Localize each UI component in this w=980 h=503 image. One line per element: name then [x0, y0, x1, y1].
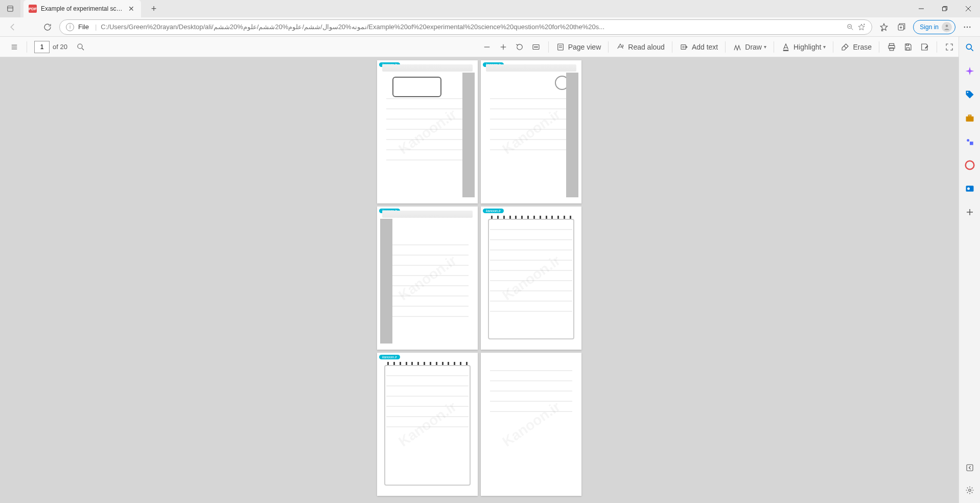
page-view-icon [556, 42, 565, 52]
info-icon[interactable]: i [66, 23, 74, 31]
highlight-button[interactable]: Highlight▾ [778, 39, 829, 55]
hamburger-icon [10, 42, 19, 52]
address-bar: i File | C:/Users/Green%20rayan/Desktop/… [0, 17, 980, 37]
plus-icon [499, 42, 508, 52]
read-aloud-button[interactable]: Read aloud [613, 39, 668, 55]
sidebar-search-button[interactable] [963, 41, 976, 54]
svg-point-18 [967, 26, 968, 27]
titlebar: PDF Example of experimental science ✕ + [0, 0, 980, 17]
page-total-label: of 20 [53, 43, 67, 51]
pdf-viewport[interactable]: kanoon.ir Kanoon.ir kanoon.ir Kanoon.ir … [0, 57, 959, 503]
svg-rect-42 [890, 48, 894, 50]
favorite-icon[interactable] [857, 23, 866, 31]
sidebar-tools-button[interactable] [963, 111, 976, 125]
sidebar-office-button[interactable] [963, 158, 976, 172]
sidebar-add-button[interactable] [963, 205, 976, 219]
tab-actions-icon [6, 4, 15, 13]
page-grid: kanoon.ir Kanoon.ir kanoon.ir Kanoon.ir … [377, 60, 581, 496]
contents-button[interactable] [6, 39, 22, 55]
svg-rect-33 [681, 44, 686, 49]
draw-label: Draw [745, 43, 762, 51]
save-button[interactable] [900, 39, 916, 55]
ellipsis-icon [963, 22, 972, 32]
fit-page-button[interactable] [528, 39, 544, 55]
star-icon [879, 22, 889, 32]
sidebar-discover-button[interactable] [963, 64, 976, 78]
minus-icon [482, 42, 492, 52]
signin-label: Sign in [920, 24, 939, 31]
search-icon [76, 42, 85, 52]
url-scheme: File [78, 23, 89, 31]
collections-button[interactable] [893, 19, 910, 35]
window-controls [909, 0, 980, 17]
rotate-icon [515, 42, 524, 52]
sidebar-settings-button[interactable] [963, 484, 976, 497]
print-button[interactable] [883, 39, 900, 55]
favorites-button[interactable] [875, 19, 893, 35]
svg-rect-49 [966, 117, 973, 122]
source-badge: kanoon.ir [379, 355, 400, 359]
pdf-page[interactable]: kanoon.ir Kanoon.ir [481, 207, 581, 350]
fullscreen-button[interactable] [941, 39, 958, 55]
add-text-label: Add text [692, 43, 718, 51]
avatar-icon [942, 22, 952, 32]
more-menu-button[interactable] [959, 19, 976, 35]
edge-sidebar [959, 37, 980, 503]
pdf-page[interactable]: kanoon.ir Kanoon.ir [377, 353, 478, 496]
minimize-button[interactable] [909, 0, 933, 17]
draw-icon [733, 42, 742, 52]
url-omnibox[interactable]: i File | C:/Users/Green%20rayan/Desktop/… [59, 19, 872, 35]
pdf-page[interactable]: kanoon.ir Kanoon.ir [481, 60, 581, 203]
back-button[interactable] [4, 19, 21, 35]
save-as-icon [920, 42, 929, 52]
maximize-icon [942, 6, 948, 12]
save-icon [903, 42, 913, 52]
page-number-input[interactable] [34, 41, 50, 53]
fullscreen-icon [945, 42, 954, 52]
svg-line-24 [82, 48, 84, 50]
chevron-down-icon[interactable]: ▾ [764, 44, 766, 50]
pdf-page[interactable]: kanoon.ir Kanoon.ir [377, 60, 478, 203]
add-text-icon [680, 42, 689, 52]
pdf-page[interactable]: Kanoon.ir [481, 353, 581, 496]
save-as-button[interactable] [916, 39, 932, 55]
highlight-label: Highlight [794, 43, 821, 51]
svg-point-17 [964, 26, 965, 27]
pdf-toolbar: of 20 Page view Read aloud Add text Draw… [0, 37, 980, 57]
refresh-button[interactable] [39, 19, 56, 35]
draw-button[interactable]: Draw▾ [730, 39, 769, 55]
plus-icon [965, 208, 974, 217]
sidebar-collapse-button[interactable] [963, 461, 976, 474]
tab-actions-button[interactable] [0, 0, 20, 17]
svg-point-58 [968, 489, 971, 492]
briefcase-icon [965, 113, 975, 123]
signin-button[interactable]: Sign in [913, 20, 955, 34]
close-tab-button[interactable]: ✕ [127, 4, 136, 13]
separator [548, 41, 549, 53]
erase-button[interactable]: Erase [837, 39, 875, 55]
rotate-button[interactable] [511, 39, 528, 55]
office-icon [965, 160, 975, 170]
svg-rect-44 [906, 44, 909, 45]
find-button[interactable] [73, 39, 89, 55]
chevron-down-icon[interactable]: ▾ [823, 44, 826, 50]
highlight-icon [781, 42, 790, 52]
tab-title: Example of experimental science [41, 5, 124, 12]
erase-label: Erase [853, 43, 872, 51]
zoom-in-button[interactable] [495, 39, 511, 55]
new-tab-button[interactable]: + [146, 1, 161, 16]
zoom-indicator-icon[interactable] [846, 23, 854, 31]
add-text-button[interactable]: Add text [676, 39, 721, 55]
close-window-button[interactable] [956, 0, 980, 17]
sidebar-games-button[interactable] [963, 135, 976, 148]
page-view-button[interactable]: Page view [553, 39, 604, 55]
separator [608, 41, 609, 53]
sidebar-shopping-button[interactable] [963, 88, 976, 101]
active-tab[interactable]: PDF Example of experimental science ✕ [24, 0, 141, 17]
zoom-out-button[interactable] [479, 39, 495, 55]
source-badge: kanoon.ir [483, 209, 504, 213]
sidebar-outlook-button[interactable] [963, 182, 976, 195]
maximize-button[interactable] [933, 0, 956, 17]
pdf-page[interactable]: kanoon.ir Kanoon.ir [377, 207, 478, 350]
separator [27, 41, 27, 53]
